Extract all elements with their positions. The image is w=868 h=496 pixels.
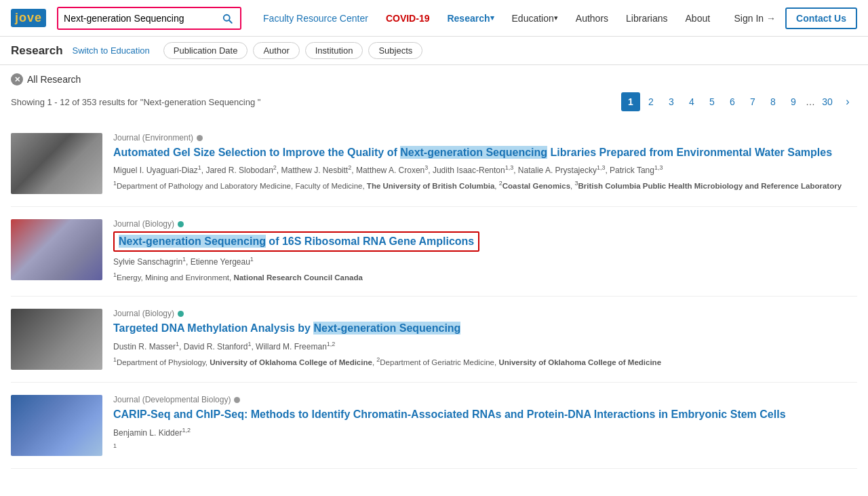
nav-covid[interactable]: COVID-19 — [378, 0, 438, 37]
page-8[interactable]: 8 — [764, 92, 783, 111]
nav-right: Sign In → Contact Us — [728, 0, 858, 37]
article-info: Journal (Developmental Biology) CARIP-Se… — [113, 395, 857, 456]
affiliation-line: 1 — [113, 442, 857, 455]
signin-label: Sign In — [734, 13, 764, 24]
logo-box: jove — [11, 9, 46, 27]
highlight-text: Next-generation Sequencing — [313, 322, 460, 335]
journal-label: Journal (Biology) — [113, 219, 857, 229]
journal-label: Journal (Environment) — [113, 133, 857, 142]
journal-label: Journal (Developmental Biology) — [113, 395, 857, 404]
journal-text: Journal (Developmental Biology) — [113, 395, 231, 404]
article-thumbnail — [11, 133, 102, 194]
article-title[interactable]: Targeted DNA Methylation Analysis by Nex… — [113, 321, 857, 336]
logo-ove: ove — [19, 11, 42, 24]
nav-authors[interactable]: Authors — [568, 0, 616, 37]
results-count: Showing 1 - 12 of 353 results for "Next-… — [11, 97, 260, 107]
journal-text: Journal (Environment) — [113, 133, 193, 142]
all-research-row: ✕ All Research — [11, 73, 857, 85]
signin-link[interactable]: Sign In → — [728, 0, 783, 37]
article-title[interactable]: CARIP-Seq and ChIP-Seq: Methods to Ident… — [113, 407, 857, 422]
journal-dot — [178, 221, 184, 227]
nav-about[interactable]: About — [677, 0, 719, 37]
authors-line: Miguel I. Uyaguari-Diaz1, Jared R. Slobo… — [113, 164, 857, 176]
page-3[interactable]: 3 — [662, 92, 681, 111]
search-icon — [221, 12, 233, 24]
journal-text: Journal (Biology) — [113, 219, 174, 229]
journal-dot — [234, 397, 240, 403]
filter-publication-date[interactable]: Publication Date — [163, 42, 248, 59]
all-research-label: All Research — [27, 74, 81, 85]
nav-faculty-resource[interactable]: Faculty Resource Center — [255, 0, 376, 37]
page-6[interactable]: 6 — [723, 92, 742, 111]
search-input[interactable] — [58, 8, 214, 28]
filter-author[interactable]: Author — [253, 42, 299, 59]
main-content: ✕ All Research Showing 1 - 12 of 353 res… — [0, 65, 868, 480]
signin-icon: → — [766, 13, 776, 24]
top-navigation: jove Faculty Resource Center COVID-19 Re… — [0, 0, 868, 37]
page-2[interactable]: 2 — [642, 92, 660, 111]
pagination: 1 2 3 4 5 6 7 8 9 … 30 › — [621, 92, 857, 111]
page-7[interactable]: 7 — [743, 92, 762, 111]
page-1[interactable]: 1 — [621, 92, 640, 111]
page-4[interactable]: 4 — [682, 92, 701, 111]
results-header: Showing 1 - 12 of 353 results for "Next-… — [11, 92, 857, 111]
page-5[interactable]: 5 — [703, 92, 722, 111]
article-thumbnail — [11, 309, 102, 370]
page-30[interactable]: 30 — [818, 92, 837, 111]
search-container — [57, 7, 241, 30]
journal-dot — [197, 135, 203, 141]
subnav-title: Research — [11, 44, 63, 58]
article-info: Journal (Biology) Targeted DNA Methylati… — [113, 309, 857, 370]
filter-subjects[interactable]: Subjects — [368, 42, 422, 59]
affiliation-line: 1Department of Physiology, University of… — [113, 356, 857, 368]
highlight-text: Next-generation Sequencing — [119, 235, 266, 248]
journal-text: Journal (Biology) — [113, 309, 174, 318]
article-title[interactable]: Next-generation Sequencing of 16S Riboso… — [119, 235, 474, 248]
pagination-ellipsis: … — [804, 96, 816, 107]
nav-education[interactable]: Education — [504, 0, 566, 37]
article-info: Journal (Biology) Next-generation Sequen… — [113, 219, 857, 284]
clear-filter-button[interactable]: ✕ — [11, 73, 23, 85]
nav-links: Faculty Resource Center COVID-19 Researc… — [255, 0, 727, 37]
journal-dot — [178, 311, 184, 317]
journal-label: Journal (Biology) — [113, 309, 857, 318]
contact-button[interactable]: Contact Us — [785, 7, 857, 29]
logo[interactable]: jove — [11, 9, 46, 27]
affiliation-line: 1Department of Pathology and Laboratory … — [113, 179, 857, 192]
nav-research[interactable]: Research — [439, 0, 502, 37]
search-button[interactable] — [214, 8, 240, 28]
filter-institution[interactable]: Institution — [305, 42, 363, 59]
switch-to-education[interactable]: Switch to Education — [73, 45, 150, 56]
article-title[interactable]: Automated Gel Size Selection to Improve … — [113, 145, 857, 160]
authors-line: Dustin R. Masser1, David R. Stanford1, W… — [113, 340, 857, 353]
highlight-text: Next-generation Sequencing — [400, 146, 547, 159]
article-thumbnail — [11, 219, 102, 280]
article-card: Journal (Environment) Automated Gel Size… — [11, 121, 857, 207]
article-card: Journal (Developmental Biology) CARIP-Se… — [11, 383, 857, 469]
nav-librarians[interactable]: Librarians — [618, 0, 675, 37]
pagination-next[interactable]: › — [838, 92, 857, 111]
article-info: Journal (Environment) Automated Gel Size… — [113, 133, 857, 194]
article-thumbnail — [11, 395, 102, 456]
affiliation-line: 1Energy, Mining and Environment, Nationa… — [113, 271, 857, 284]
article-card: Journal (Biology) Next-generation Sequen… — [11, 207, 857, 297]
authors-line: Benjamin L. Kidder1,2 — [113, 426, 857, 439]
sub-navigation: Research Switch to Education Publication… — [0, 37, 868, 65]
page-9[interactable]: 9 — [784, 92, 803, 111]
article-card: Journal (Biology) Targeted DNA Methylati… — [11, 297, 857, 383]
authors-line: Sylvie Sanschagrin1, Etienne Yergeau1 — [113, 255, 857, 268]
